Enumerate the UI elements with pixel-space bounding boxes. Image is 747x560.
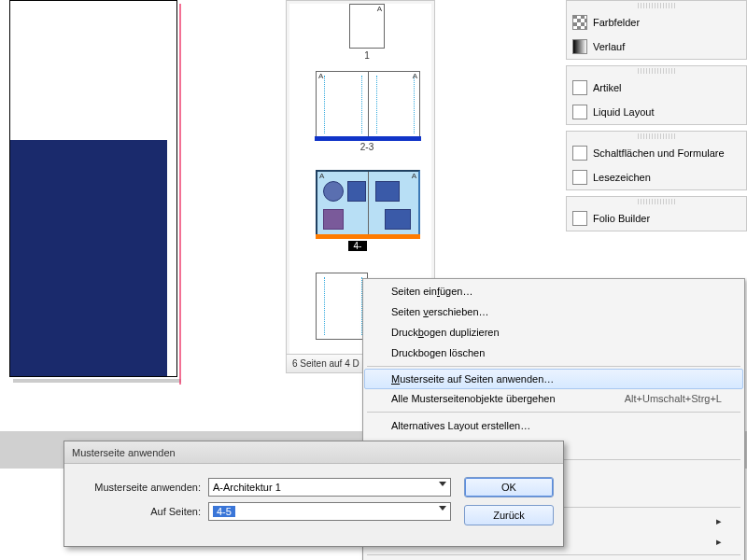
page-label-selected: 4- (348, 241, 367, 251)
panel-verlauf[interactable]: Verlauf (567, 35, 746, 59)
menu-label: Druckbogen löschen (391, 347, 485, 358)
swatches-icon (572, 15, 587, 30)
panel-label: Folio Builder (593, 213, 650, 224)
bleed-edge (179, 4, 181, 385)
menu-label: Alternatives Layout erstellen… (391, 420, 530, 431)
dialog-title: Musterseite anwenden (64, 441, 563, 464)
spread-thumb-2-3[interactable]: A A (316, 71, 420, 138)
panel-label: Artikel (593, 82, 622, 93)
master-badge: A (412, 172, 416, 180)
panel-group[interactable]: Folio Builder (566, 196, 747, 231)
combo-value: A-Architektur 1 (213, 482, 281, 493)
menu-separator (367, 366, 740, 367)
shape-rect (375, 181, 400, 202)
submenu-arrow-icon: ▸ (716, 515, 722, 527)
panel-grip[interactable] (638, 133, 675, 139)
panel-label: Lesezeichen (593, 172, 651, 183)
panel-label: Farbfelder (593, 17, 640, 28)
shape-rect (347, 181, 366, 202)
panel-folio-builder[interactable]: Folio Builder (567, 206, 746, 231)
label-auf-seiten: Auf Seiten: (74, 506, 201, 517)
menu-musterseite-anwenden[interactable]: Musterseite auf Seiten anwenden… (364, 369, 743, 389)
combo-musterseite[interactable]: A-Architektur 1 (208, 478, 451, 497)
chevron-down-icon (439, 482, 446, 486)
panel-group[interactable]: Schaltflächen und Formulare Lesezeichen (566, 131, 747, 190)
back-button[interactable]: Zurück (464, 505, 554, 525)
menu-label: Druckbogen duplizieren (391, 327, 500, 338)
menu-druckbogen-duplizieren[interactable]: Druckbogen duplizieren (365, 322, 742, 343)
panel-artikel[interactable]: Artikel (567, 76, 746, 100)
page-label: 2-3 (348, 142, 386, 152)
button-label: OK (501, 482, 516, 493)
menu-separator (367, 412, 740, 413)
shape-square (323, 209, 344, 230)
button-label: Zurück (493, 510, 525, 521)
panel-farbfelder[interactable]: Farbfelder (567, 10, 746, 35)
menu-alle-uebergehen[interactable]: Alle Musterseitenobjekte übergehenAlt+Um… (365, 388, 742, 409)
combo-auf-seiten[interactable]: 4-5 (208, 502, 451, 521)
dialog-musterseite-anwenden: Musterseite anwenden Musterseite anwende… (63, 441, 564, 547)
master-badge: A (318, 72, 323, 80)
panel-label: Verlauf (593, 41, 625, 52)
panel-dock: Farbfelder Verlauf Artikel Liquid Layout… (566, 0, 747, 237)
menu-druckbogen-loeschen[interactable]: Druckbogen löschen (365, 343, 742, 363)
menu-label: Alle Musterseitenobjekte übergehen (391, 393, 556, 404)
bookmark-icon (572, 170, 587, 185)
master-badge: A (377, 5, 382, 13)
forms-icon (572, 146, 587, 161)
article-icon (572, 80, 587, 95)
shape-circle (323, 181, 344, 202)
gradient-icon (572, 39, 587, 54)
panel-group[interactable]: Farbfelder Verlauf (566, 0, 747, 60)
folio-icon (572, 211, 587, 226)
combo-value-selected: 4-5 (213, 506, 235, 517)
panel-schaltflaechen[interactable]: Schaltflächen und Formulare (567, 141, 746, 165)
menu-label: Seiten verschieben… (391, 306, 489, 317)
panel-grip[interactable] (638, 3, 675, 8)
menu-label: Musterseite auf Seiten anwenden… (391, 373, 554, 385)
menu-seiten-einfuegen[interactable]: Seiten einfügen… (365, 281, 742, 301)
color-label-bar (315, 136, 421, 141)
panel-label: Schaltflächen und Formulare (593, 147, 725, 159)
shape-rect (385, 209, 411, 230)
page-label: 1 (348, 50, 386, 61)
page-content-block (10, 140, 167, 376)
chevron-down-icon (439, 506, 446, 511)
page-thumb-1[interactable]: A (349, 4, 385, 49)
menu-seiten-verschieben[interactable]: Seiten verschieben… (365, 301, 742, 322)
label-musterseite: Musterseite anwenden: (74, 482, 201, 493)
menu-shortcut: Alt+Umschalt+Strg+L (625, 393, 722, 404)
panel-group[interactable]: Artikel Liquid Layout (566, 65, 747, 125)
liquid-layout-icon (572, 105, 587, 119)
panel-lesezeichen[interactable]: Lesezeichen (567, 165, 746, 189)
menu-label: Seiten einfügen… (391, 286, 472, 297)
ok-button[interactable]: OK (464, 477, 554, 497)
panel-grip[interactable] (638, 68, 675, 74)
page-thumb-partial[interactable] (316, 273, 368, 340)
master-badge: A (319, 172, 324, 180)
submenu-arrow-icon: ▸ (716, 536, 722, 548)
master-badge: A (413, 72, 417, 80)
menu-separator (367, 554, 740, 555)
panel-grip[interactable] (638, 199, 675, 204)
document-canvas (0, 0, 177, 401)
panel-label: Liquid Layout (593, 106, 654, 118)
color-label-bar (316, 234, 420, 239)
spread-thumb-4-5-selected[interactable]: A A (316, 170, 420, 237)
panel-liquid-layout[interactable]: Liquid Layout (567, 100, 746, 124)
page-shadow (13, 379, 181, 383)
menu-alt-layout[interactable]: Alternatives Layout erstellen… (365, 415, 742, 436)
